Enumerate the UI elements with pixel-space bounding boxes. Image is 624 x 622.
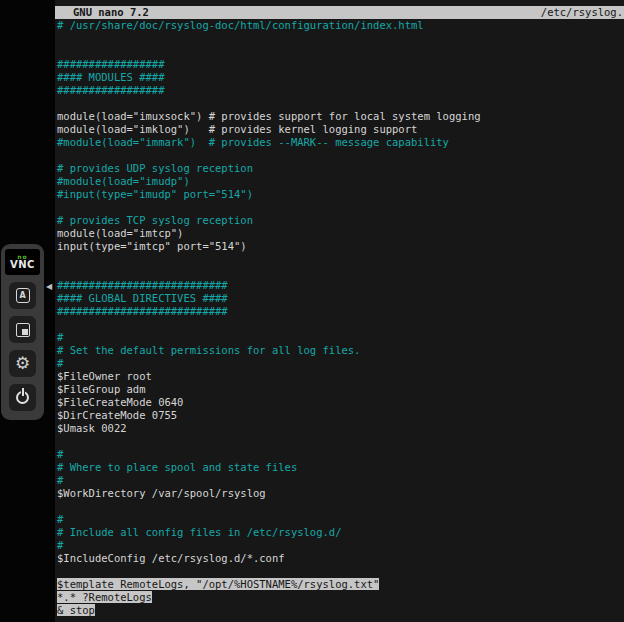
editor-line: module(load="imtcp") <box>57 227 624 240</box>
nano-filename: /etc/rsyslog. <box>541 6 624 19</box>
editor-line: # Set the default permissions for all lo… <box>57 344 624 357</box>
editor-line <box>57 149 624 162</box>
editor-line: $FileGroup adm <box>57 383 624 396</box>
editor-line: & stop <box>57 604 624 617</box>
editor-line: *.* ?RemoteLogs <box>57 591 624 604</box>
editor-line <box>57 565 624 578</box>
editor-line: # Where to place spool and state files <box>57 461 624 474</box>
editor-line: # <box>57 331 624 344</box>
editor-line: $DirCreateMode 0755 <box>57 409 624 422</box>
editor-line: # <box>57 448 624 461</box>
power-icon <box>16 391 29 404</box>
settings-button[interactable]: ⚙ <box>9 350 36 377</box>
editor-line: # provides TCP syslog reception <box>57 214 624 227</box>
editor-line: #input(type="imudp" port="514") <box>57 188 624 201</box>
novnc-logo-vnc: VNC <box>10 260 35 270</box>
editor-line <box>57 32 624 45</box>
power-button[interactable] <box>9 384 36 411</box>
editor-line <box>57 318 624 331</box>
editor-line: #module(load="imudp") <box>57 175 624 188</box>
editor-line: #### MODULES #### <box>57 71 624 84</box>
editor-line <box>57 201 624 214</box>
editor-line <box>57 45 624 58</box>
editor-line <box>57 435 624 448</box>
fullscreen-button[interactable] <box>9 316 36 343</box>
editor-line: # <box>57 357 624 370</box>
terminal-screen[interactable]: GNU nano 7.2 /etc/rsyslog. # /usr/share/… <box>55 0 624 622</box>
editor-line: # <box>57 539 624 552</box>
panel-collapse-handle[interactable]: ◀ <box>44 279 54 294</box>
editor-line: # provides UDP syslog reception <box>57 162 624 175</box>
editor-line: # <box>57 474 624 487</box>
nano-version: GNU nano 7.2 <box>55 6 149 19</box>
editor-line: $WorkDirectory /var/spool/rsyslog <box>57 487 624 500</box>
editor-line: input(type="imtcp" port="514") <box>57 240 624 253</box>
editor-line: module(load="imklog") # provides kernel … <box>57 123 624 136</box>
novnc-control-bar: no VNC A ⚙ <box>1 244 44 420</box>
editor-line: ################# <box>57 58 624 71</box>
fullscreen-icon <box>16 323 30 337</box>
editor-line <box>57 266 624 279</box>
editor-line: ########################### <box>57 305 624 318</box>
editor-line: ################# <box>57 84 624 97</box>
editor-line: module(load="imuxsock") # provides suppo… <box>57 110 624 123</box>
editor-line: ########################### <box>57 279 624 292</box>
editor-line: #module(load="immark") # provides --MARK… <box>57 136 624 149</box>
clipboard-button[interactable]: A <box>9 282 36 309</box>
editor-line: $template RemoteLogs, "/opt/%HOSTNAME%/r… <box>57 578 624 591</box>
editor-line: #### GLOBAL DIRECTIVES #### <box>57 292 624 305</box>
editor-line: # <box>57 513 624 526</box>
editor-line: # Include all config files in /etc/rsysl… <box>57 526 624 539</box>
editor-line: $FileOwner root <box>57 370 624 383</box>
vnc-left-strip: no VNC A ⚙ ◀ <box>0 0 55 622</box>
editor-line: $Umask 0022 <box>57 422 624 435</box>
nano-title-bar: GNU nano 7.2 /etc/rsyslog. <box>55 6 624 19</box>
editor-line <box>57 97 624 110</box>
editor-line <box>57 253 624 266</box>
editor-line <box>57 500 624 513</box>
nano-editor-area: # /usr/share/doc/rsyslog-doc/html/config… <box>55 19 624 617</box>
editor-line: $IncludeConfig /etc/rsyslog.d/*.conf <box>57 552 624 565</box>
novnc-logo: no VNC <box>5 249 40 275</box>
clipboard-icon: A <box>16 288 30 303</box>
editor-line: # /usr/share/doc/rsyslog-doc/html/config… <box>57 19 624 32</box>
editor-line: $FileCreateMode 0640 <box>57 396 624 409</box>
gear-icon: ⚙ <box>15 355 30 372</box>
